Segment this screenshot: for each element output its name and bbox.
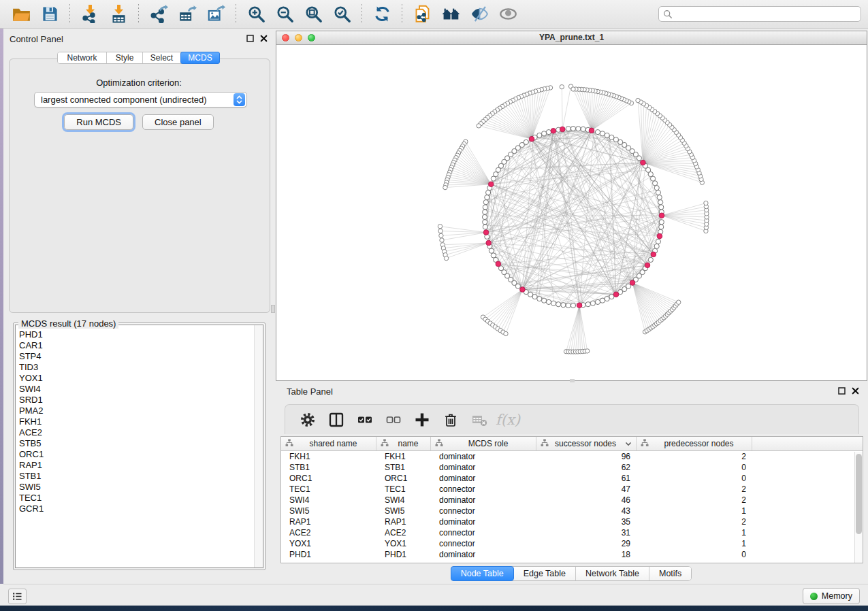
network-canvas[interactable] (276, 45, 867, 380)
search-input[interactable] (676, 7, 856, 20)
table-row[interactable]: STB1STB1dominator620 (281, 462, 863, 473)
memory-button[interactable]: Memory (803, 588, 860, 604)
export-network-icon[interactable] (148, 3, 170, 25)
table-tabs: Node TableEdge TableNetwork TableMotifs (451, 566, 692, 581)
table-row[interactable]: ORC1ORC1dominator610 (281, 473, 863, 484)
import-table-icon[interactable] (108, 3, 129, 25)
add-column-icon[interactable] (412, 410, 432, 430)
tab-network[interactable]: Network (58, 52, 107, 63)
zoom-in-icon[interactable] (245, 3, 267, 25)
mcds-result-item[interactable]: GCR1 (16, 503, 263, 514)
panel-divider-handle[interactable] (271, 305, 275, 313)
mcds-result-groupbox: MCDS result (17 nodes) PHD1CAR1STP4TID3Y… (13, 318, 266, 570)
cell-predecessor_nodes: 1 (637, 538, 752, 549)
table-row[interactable]: SWI4SWI4dominator462 (281, 495, 863, 506)
houses-icon[interactable] (440, 3, 462, 25)
cell-mcds_role: connector (431, 538, 536, 549)
tab-mcds[interactable]: MCDS (180, 52, 220, 64)
tab-motifs[interactable]: Motifs (649, 567, 691, 580)
mcds-list-scrollbar[interactable] (254, 325, 263, 567)
delete-column-icon[interactable] (440, 410, 461, 430)
network-window-titlebar[interactable]: YPA_prune.txt_1 (276, 31, 867, 45)
cell-shared_name: FKH1 (281, 451, 376, 462)
import-network-icon[interactable] (79, 3, 101, 25)
mcds-result-item[interactable]: ACE2 (16, 427, 263, 438)
clone-network-icon[interactable] (411, 3, 433, 25)
optimization-criterion-dropdown[interactable]: largest connected component (undirected) (34, 92, 247, 108)
mcds-result-item[interactable]: STB1 (16, 471, 263, 482)
show-details-icon[interactable] (497, 3, 519, 25)
table-scrollbar[interactable] (854, 452, 863, 563)
cell-predecessor_nodes: 1 (637, 527, 752, 538)
column-header-predecessor_nodes[interactable]: predecessor nodes (637, 437, 752, 450)
tab-node-table[interactable]: Node Table (451, 566, 514, 581)
close-table-panel-icon[interactable] (852, 387, 859, 395)
zoom-out-icon[interactable] (274, 3, 295, 25)
deselect-all-icon[interactable] (383, 410, 404, 430)
column-header-name[interactable]: name (376, 437, 431, 450)
refresh-icon[interactable] (371, 3, 393, 25)
mcds-result-item[interactable]: STB5 (16, 438, 263, 449)
mcds-result-item[interactable]: TEC1 (16, 493, 263, 503)
attribute-icon (435, 439, 443, 449)
cell-successor_nodes: 43 (536, 506, 637, 516)
mcds-result-item[interactable]: YOX1 (16, 373, 263, 384)
table-row[interactable]: ACE2ACE2connector311 (281, 527, 863, 538)
export-image-icon[interactable] (205, 3, 227, 25)
mcds-result-item[interactable]: PHD1 (16, 329, 263, 340)
list-icon (12, 591, 22, 601)
export-table-icon[interactable] (176, 3, 198, 25)
toolbar-separator (138, 4, 139, 24)
open-file-icon[interactable] (10, 3, 32, 25)
hide-details-icon[interactable] (468, 3, 490, 25)
column-header-successor_nodes[interactable]: successor nodes (536, 437, 637, 450)
column-visibility-icon[interactable] (326, 410, 347, 430)
select-all-icon[interactable] (355, 410, 375, 430)
save-session-icon[interactable] (39, 3, 61, 25)
table-row[interactable]: SWI5SWI5connector431 (281, 506, 863, 516)
mcds-result-item[interactable]: TID3 (16, 362, 263, 373)
tab-style[interactable]: Style (107, 52, 143, 63)
table-row[interactable]: PHD1PHD1dominator180 (281, 549, 863, 560)
float-panel-icon[interactable] (246, 35, 254, 42)
table-body: FKH1FKH1dominator962STB1STB1dominator620… (281, 451, 863, 560)
cell-mcds_role: connector (431, 484, 536, 495)
task-history-button[interactable] (8, 589, 27, 604)
mcds-result-item[interactable]: SRD1 (16, 395, 263, 406)
close-panel-icon[interactable] (260, 35, 268, 42)
mcds-result-item[interactable]: FKH1 (16, 416, 263, 427)
mcds-result-item[interactable]: CAR1 (16, 340, 263, 351)
mcds-result-item[interactable]: SWI4 (16, 384, 263, 395)
table-scrollbar-thumb[interactable] (856, 454, 862, 534)
tab-network-table[interactable]: Network Table (576, 567, 649, 580)
mcds-result-item[interactable]: SWI5 (16, 482, 263, 493)
cell-shared_name: ORC1 (281, 473, 376, 484)
table-row[interactable]: RAP1RAP1dominator352 (281, 516, 863, 527)
mcds-result-item[interactable]: PMA2 (16, 406, 263, 416)
tab-select[interactable]: Select (143, 52, 181, 63)
dropdown-stepper-icon (234, 93, 245, 106)
mcds-result-item[interactable]: STP4 (16, 351, 263, 362)
table-settings-icon[interactable] (298, 410, 318, 430)
column-header-mcds_role[interactable]: MCDS role (431, 437, 536, 450)
cell-shared_name: SWI5 (281, 506, 376, 516)
cell-name: STB1 (376, 462, 431, 473)
attribute-icon (285, 439, 293, 449)
tab-edge-table[interactable]: Edge Table (514, 567, 576, 580)
zoom-selected-icon[interactable] (331, 3, 353, 25)
toolbar-separator (402, 4, 402, 24)
mcds-result-item[interactable]: ORC1 (16, 449, 263, 460)
run-mcds-button[interactable]: Run MCDS (64, 114, 133, 130)
close-panel-button[interactable]: Close panel (142, 114, 214, 130)
zoom-fit-icon[interactable] (302, 3, 324, 25)
table-row[interactable]: TEC1TEC1connector472 (281, 484, 863, 495)
column-header-shared_name[interactable]: shared name (281, 437, 376, 450)
mcds-result-item[interactable]: RAP1 (16, 460, 263, 471)
float-table-panel-icon[interactable] (838, 387, 846, 395)
search-box[interactable] (658, 6, 861, 22)
table-row[interactable]: FKH1FKH1dominator962 (281, 451, 863, 462)
mcds-result-list[interactable]: PHD1CAR1STP4TID3YOX1SWI4SRD1PMA2FKH1ACE2… (15, 325, 263, 568)
table-row[interactable]: YOX1YOX1connector291 (281, 538, 863, 549)
cell-mcds_role: dominator (431, 516, 536, 527)
cell-successor_nodes: 62 (536, 462, 637, 473)
